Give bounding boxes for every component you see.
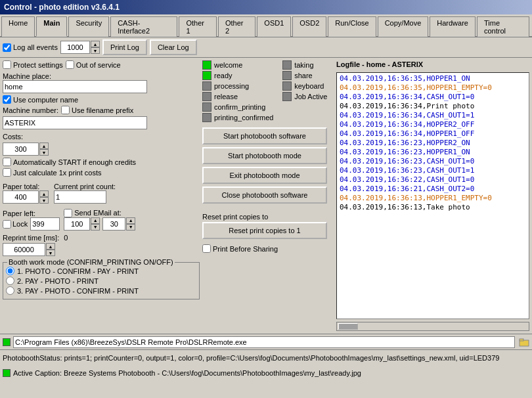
print-before-sharing-label[interactable]: Print Before Sharing [202, 244, 334, 253]
just-calculate-label[interactable]: Just calculate 1x print costs [3, 168, 200, 177]
start-photobooth-mode-button[interactable]: Start photobooth mode [202, 147, 327, 164]
reprint-up[interactable]: ▲ [46, 243, 55, 250]
lock-checkbox[interactable] [3, 220, 11, 229]
tab-copy-move[interactable]: Copy/Move [378, 16, 429, 37]
status-bar-1: PhotoboothStatus: prints=1; printCounter… [0, 349, 532, 365]
main-content: Protect settings Out of service Machine … [0, 58, 532, 334]
folder-icon[interactable] [519, 337, 529, 347]
auto-start-checkbox[interactable] [3, 158, 11, 166]
paper-total-input[interactable] [3, 190, 39, 204]
clear-log-button[interactable]: Clear Log [150, 39, 197, 55]
tab-cash-interface2[interactable]: CASH-Interface2 [110, 16, 177, 37]
send-email-checkbox[interactable] [64, 209, 72, 217]
log-count-spin-buttons[interactable]: ▲ ▼ [91, 41, 100, 54]
costs-spinbox[interactable]: ▲ ▼ [3, 143, 200, 156]
log-all-events-checkbox[interactable] [3, 43, 11, 52]
tab-run-close[interactable]: Run/Close [328, 16, 376, 37]
auto-start-label[interactable]: Automatically START if enough credits [3, 158, 200, 166]
log-count-input[interactable] [60, 41, 90, 54]
protect-settings-label[interactable]: Protect settings [3, 60, 63, 69]
log-count-spinbox[interactable]: ▲ ▼ [60, 41, 100, 54]
mode2-label[interactable]: 2. PAY - PHOTO - PRINT [6, 276, 196, 285]
reprint-down[interactable]: ▼ [46, 250, 55, 256]
log-area[interactable]: 04.03.2019,16:36:35,HOPPER1_ON04.03.2019… [336, 72, 529, 319]
send-email-up1[interactable]: ▲ [91, 217, 100, 224]
send-email-up2[interactable]: ▲ [126, 217, 135, 224]
mode1-radio[interactable] [6, 267, 14, 275]
out-of-service-checkbox[interactable] [66, 60, 74, 69]
mode3-radio[interactable] [6, 286, 14, 295]
current-print-input[interactable] [54, 190, 106, 204]
taking-indicator [282, 60, 292, 70]
paper-total-spin-buttons[interactable]: ▲ ▼ [39, 190, 49, 204]
send-email-down2[interactable]: ▼ [126, 224, 135, 231]
costs-input[interactable] [3, 143, 39, 156]
send-email-input2[interactable] [102, 217, 125, 231]
paper-total-down[interactable]: ▼ [39, 197, 49, 204]
keyboard-label: keyboard [294, 82, 334, 90]
use-filename-prefix-label[interactable]: Use filename prefix [61, 106, 133, 114]
log-entry: 04.03.2019,16:36:13,Take photo [340, 203, 526, 212]
lock-label[interactable]: Lock [3, 220, 28, 229]
processing-label: processing [214, 82, 280, 90]
mode3-label[interactable]: 3. PAY - PHOTO - CONFIRM - PRINT [6, 286, 196, 295]
send-email-spinbox2[interactable]: ▲ ▼ [102, 217, 135, 231]
tab-time-control[interactable]: Time control [477, 16, 529, 37]
title-bar: Control - photo edition v3.6.4.1 [0, 0, 532, 14]
log-count-up[interactable]: ▲ [91, 41, 100, 47]
use-computer-name-checkbox[interactable] [3, 95, 11, 104]
print-before-sharing-checkbox[interactable] [202, 244, 211, 253]
reprint-section: Reprint time [ms]: 0 ▲ ▼ [3, 234, 68, 256]
close-photobooth-software-button[interactable]: Close photobooth software [202, 187, 327, 204]
protect-settings-checkbox[interactable] [3, 60, 11, 69]
toolbar: Log all events ▲ ▼ Print Log Clear Log [0, 37, 532, 58]
mode1-label[interactable]: 1. PHOTO - CONFIRM - PAY - PRINT [6, 267, 196, 275]
log-all-events-label[interactable]: Log all events [3, 43, 58, 52]
paper-left-inner: Lock [3, 217, 60, 231]
tab-other2[interactable]: Other 2 [218, 16, 255, 37]
reset-label: Reset print copies to [202, 213, 334, 221]
paper-left-input[interactable] [30, 217, 60, 231]
tab-home[interactable]: Home [1, 16, 35, 37]
log-count-down[interactable]: ▼ [91, 47, 100, 54]
machine-number-input[interactable] [3, 116, 147, 129]
reprint-spinbox[interactable]: ▲ ▼ [3, 243, 68, 256]
reset-print-copies-button[interactable]: Reset print copies to 1 [202, 222, 327, 239]
use-computer-name-label[interactable]: Use computer name [3, 95, 200, 104]
tab-osd2[interactable]: OSD2 [292, 16, 326, 37]
tab-security[interactable]: Security [68, 16, 109, 37]
send-email-input1[interactable] [64, 217, 90, 231]
keyboard-indicator [282, 81, 292, 91]
send-email-label[interactable]: Send EMail at: [64, 209, 135, 217]
log-scrollbar-h[interactable] [336, 322, 529, 331]
costs-down[interactable]: ▼ [39, 149, 49, 156]
machine-place-section: Machine place: [3, 71, 200, 93]
send-email-down1[interactable]: ▼ [91, 224, 100, 231]
mode2-radio[interactable] [6, 276, 14, 285]
tab-other1[interactable]: Other 1 [179, 16, 216, 37]
out-of-service-label[interactable]: Out of service [66, 60, 121, 69]
log-entry: 04.03.2019,16:36:34,HOPPER2_OFF [340, 120, 526, 129]
tab-osd1[interactable]: OSD1 [257, 16, 291, 37]
app-title: Control - photo edition v3.6.4.1 [4, 3, 120, 12]
costs-spin-buttons[interactable]: ▲ ▼ [39, 143, 49, 156]
log-entry: 04.03.2019,16:36:23,HOPPER1_ON [340, 148, 526, 157]
ready-label: ready [214, 72, 280, 79]
just-calculate-checkbox[interactable] [3, 168, 11, 177]
print-log-button[interactable]: Print Log [102, 39, 147, 55]
log-scrollbar-thumb[interactable] [338, 323, 358, 330]
paper-total-spinbox[interactable]: ▲ ▼ [3, 190, 49, 204]
reprint-input[interactable] [3, 243, 45, 256]
send-email-spinbox1[interactable]: ▲ ▼ [64, 217, 100, 231]
start-photobooth-software-button[interactable]: Start photobooth software [202, 127, 327, 144]
use-filename-prefix-checkbox[interactable] [61, 106, 70, 114]
booth-work-mode-title: Booth work mode (CONFIRM_PRINTING ON/OFF… [7, 258, 175, 266]
costs-up[interactable]: ▲ [39, 143, 49, 149]
booth-work-mode-section: Booth work mode (CONFIRM_PRINTING ON/OFF… [3, 262, 200, 299]
tab-hardware[interactable]: Hardware [430, 16, 476, 37]
paper-total-up[interactable]: ▲ [39, 190, 49, 197]
exit-photobooth-mode-button[interactable]: Exit photobooth mode [202, 167, 327, 184]
tab-main[interactable]: Main [36, 16, 67, 37]
machine-place-input[interactable] [3, 80, 147, 93]
paper-total-label: Paper total: [3, 183, 49, 190]
